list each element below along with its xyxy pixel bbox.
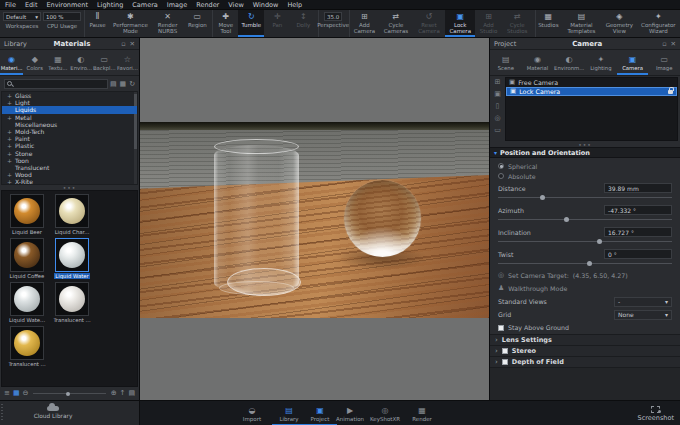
library-tab-colors[interactable]: ◆ Colors	[23, 50, 46, 75]
expand-icon[interactable]: +	[7, 114, 12, 121]
screenshot-button[interactable]: Screenshot	[638, 401, 674, 425]
add-library-folder-icon[interactable]: ▤	[110, 80, 117, 88]
azimuth-slider[interactable]	[498, 219, 672, 220]
close-panel-icon[interactable]: ✕	[671, 40, 676, 48]
library-tab-textures[interactable]: ▦ Textu...	[46, 50, 69, 75]
section-lens-settings[interactable]: › Lens Settings	[490, 334, 680, 345]
menu-window[interactable]: Window	[253, 1, 279, 9]
menu-environment[interactable]: Environment	[46, 1, 88, 9]
menu-camera[interactable]: Camera	[132, 1, 158, 9]
section-checkbox[interactable]	[502, 359, 508, 365]
rendered-scene[interactable]	[140, 122, 489, 318]
radio-icon[interactable]	[498, 163, 504, 169]
zoom-out-icon[interactable]: ⊖	[23, 390, 29, 397]
project-tab-lighting[interactable]: ✦ Lighting	[585, 50, 617, 75]
twist-slider[interactable]	[498, 263, 672, 264]
twist-value[interactable]: 0 °	[604, 249, 672, 259]
tool-performance-mode[interactable]: ✱Performance Mode	[110, 10, 151, 37]
azimuth-value[interactable]: -47.332 °	[604, 205, 672, 215]
ribbon-project[interactable]: ▣ Project	[303, 401, 337, 425]
category-translucent[interactable]: Translucent	[2, 164, 137, 171]
library-tab-backplates[interactable]: ▭ Backpl...	[93, 50, 116, 75]
radio-icon[interactable]	[498, 173, 504, 179]
project-tab-environment[interactable]: ◐ Environm...	[553, 50, 585, 75]
section-depth-of-field[interactable]: › Depth of Field	[490, 356, 680, 367]
ribbon-library[interactable]: ▤ Library	[272, 401, 306, 425]
distance-slider[interactable]	[498, 197, 672, 198]
expand-icon[interactable]: +	[7, 142, 12, 149]
expand-icon[interactable]: +	[7, 150, 12, 157]
close-panel-icon[interactable]: ✕	[130, 40, 135, 48]
folders-icon[interactable]: ▤	[128, 390, 135, 397]
tool-pause[interactable]: ⅡPause	[84, 10, 110, 37]
ribbon-keyshotxr[interactable]: ◎ KeyShotXR	[368, 401, 402, 425]
project-tab-scene[interactable]: ▤ Scene	[490, 50, 522, 75]
menu-help[interactable]: Help	[287, 1, 302, 9]
workspaces-value[interactable]: Default	[6, 14, 26, 20]
set-camera-target-row[interactable]: ◎ Set Camera Target: (4.35, 6.50, 4.27)	[490, 269, 680, 282]
material-thumb-liquid-wate-[interactable]: Liquid Wate...	[5, 282, 49, 323]
tool-move-tool[interactable]: ✚Move Tool	[212, 10, 238, 37]
walkthrough-mode-row[interactable]: ♟ Walkthrough Mode	[490, 282, 680, 295]
expand-icon[interactable]: +	[7, 92, 12, 99]
glass-disc[interactable]	[227, 268, 301, 296]
upload-icon[interactable]: ↑	[120, 390, 126, 397]
category-metal[interactable]: +Metal	[2, 114, 137, 121]
tool-cycle-studios[interactable]: ⇄Cycle Studios	[502, 10, 533, 37]
menu-render[interactable]: Render	[196, 1, 219, 9]
standard-views-dropdown[interactable]: -▾	[614, 297, 672, 307]
tool-render-nurbs[interactable]: ✕Render NURBS	[151, 10, 184, 37]
section-checkbox[interactable]	[502, 348, 508, 354]
radio-absolute[interactable]: Absolute	[490, 171, 680, 181]
tool-perspective[interactable]: 35.0Perspective	[318, 10, 347, 37]
camera-row-lock-camera[interactable]: ▣Lock Camera	[506, 87, 677, 96]
cpu-usage-widget[interactable]: 100 % CPU Usage	[42, 10, 82, 37]
drag-handle[interactable]	[1, 404, 3, 422]
inclination-value[interactable]: 16.727 °	[604, 227, 672, 237]
category-plastic[interactable]: +Plastic	[2, 142, 137, 149]
material-thumb-liquid-beer[interactable]: Liquid Beer	[5, 194, 49, 235]
category-stone[interactable]: +Stone	[2, 150, 137, 157]
realtime-viewport[interactable]	[140, 38, 489, 400]
glass-sphere[interactable]	[344, 180, 421, 257]
material-thumb-translucent-[interactable]: Translucent ...	[50, 282, 94, 323]
category-glass[interactable]: +Glass	[2, 92, 137, 99]
float-panel-icon[interactable]: ▫	[121, 40, 125, 48]
grid-dropdown[interactable]: None▾	[614, 310, 672, 320]
menu-lighting[interactable]: Lighting	[97, 1, 123, 9]
duplicate-camera-icon[interactable]: ▣	[494, 91, 501, 98]
material-thumb-liquid-char-[interactable]: Liquid Char...	[50, 194, 94, 235]
expand-icon[interactable]: +	[7, 171, 12, 178]
menu-file[interactable]: File	[5, 1, 16, 9]
perspective-value[interactable]: 35.0	[324, 12, 342, 21]
zoom-in-icon[interactable]: ⊕	[111, 390, 117, 397]
thumbnail-size-slider[interactable]	[33, 393, 105, 394]
stay-above-ground-checkbox[interactable]	[498, 325, 504, 331]
radio-spherical[interactable]: Spherical	[490, 161, 680, 171]
expand-icon[interactable]: +	[7, 157, 12, 164]
ribbon-render[interactable]: ▦ Render	[405, 401, 439, 425]
workspaces-widget[interactable]: Default▾ Workspaces	[2, 10, 42, 37]
delete-camera-icon[interactable]: ▯	[496, 103, 500, 110]
project-tab-material[interactable]: ◉ Material	[522, 50, 554, 75]
material-thumb-liquid-water[interactable]: Liquid Water	[50, 238, 94, 279]
tool-lock-camera[interactable]: ▣Lock Camera	[445, 10, 475, 37]
tool-add-camera[interactable]: ⊞Add Camera	[349, 10, 379, 37]
category-mold-tech[interactable]: +Mold-Tech	[2, 128, 137, 135]
project-tab-image[interactable]: ▭ Image	[648, 50, 680, 75]
library-tab-favorites[interactable]: ☆ Favori...	[116, 50, 139, 75]
camera-target-icon[interactable]: ◎	[494, 115, 500, 122]
tool-add-studio[interactable]: ⊞Add Studio	[475, 10, 501, 37]
menu-edit[interactable]: Edit	[25, 1, 38, 9]
category-liquids[interactable]: Liquids	[2, 106, 137, 113]
distance-value[interactable]: 39.89 mm	[604, 183, 672, 193]
library-tab-environments[interactable]: ◐ Enviro...	[70, 50, 93, 75]
position-orientation-header[interactable]: ▾ Position and Orientation	[490, 147, 680, 158]
tool-tumble[interactable]: ↻Tumble	[238, 10, 264, 37]
category-toon[interactable]: +Toon	[2, 157, 137, 164]
list-view-icon[interactable]: ≡	[4, 390, 10, 397]
library-search-input[interactable]	[14, 80, 105, 87]
expand-icon[interactable]: +	[7, 178, 12, 185]
tool-studios[interactable]: ▦Studios	[535, 10, 561, 37]
expand-icon[interactable]: +	[7, 135, 12, 142]
